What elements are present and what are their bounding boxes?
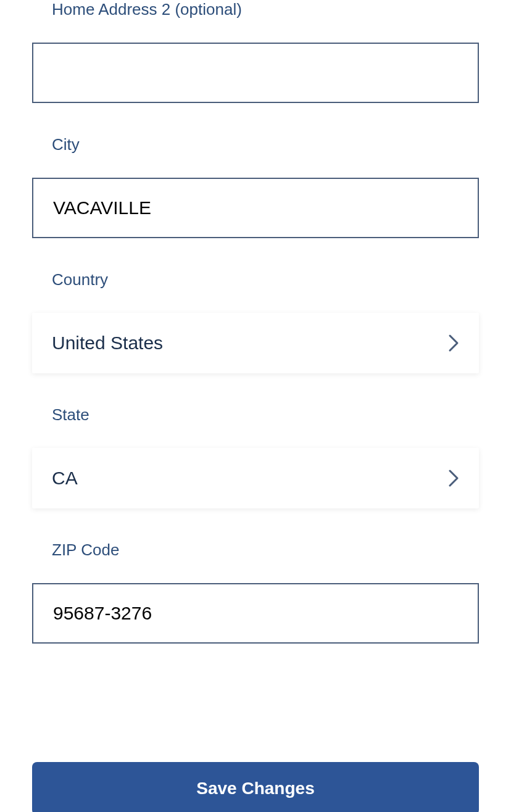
zip-code-group: ZIP Code (32, 541, 479, 644)
zip-code-input[interactable] (32, 583, 479, 644)
country-value: United States (52, 333, 163, 354)
home-address-2-input[interactable] (32, 43, 479, 103)
state-label: State (32, 405, 479, 425)
chevron-right-icon (448, 469, 459, 487)
chevron-right-icon (448, 334, 459, 352)
zip-code-label: ZIP Code (32, 541, 479, 560)
city-label: City (32, 135, 479, 154)
country-select[interactable]: United States (32, 313, 479, 373)
country-group: Country United States (32, 270, 479, 373)
state-value: CA (52, 468, 78, 489)
city-group: City (32, 135, 479, 238)
state-select[interactable]: CA (32, 448, 479, 508)
state-group: State CA (32, 405, 479, 508)
country-label: Country (32, 270, 479, 289)
city-input[interactable] (32, 178, 479, 238)
home-address-2-label: Home Address 2 (optional) (32, 0, 479, 19)
home-address-2-group: Home Address 2 (optional) (32, 0, 479, 103)
save-changes-button[interactable]: Save Changes (32, 762, 479, 812)
spacer (32, 676, 479, 762)
